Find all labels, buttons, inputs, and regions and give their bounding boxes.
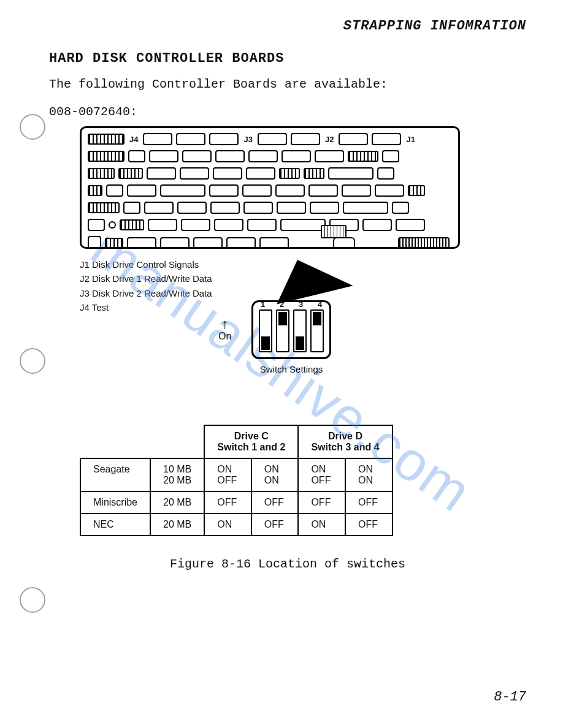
chip-icon <box>144 202 174 214</box>
arrow-up-icon: ↑ <box>218 317 231 331</box>
dip-number: 2 <box>280 300 284 309</box>
chip-icon <box>282 150 311 162</box>
chip-icon <box>243 202 273 214</box>
punch-hole-icon <box>20 587 45 613</box>
chip-icon <box>176 133 205 145</box>
chip-icon <box>88 219 105 231</box>
cell-c1: ONOFF <box>204 458 251 491</box>
cell-c1: OFF <box>204 491 251 514</box>
chip-icon <box>118 168 143 179</box>
chip-icon <box>88 134 124 145</box>
table-row: Miniscribe 20 MB OFF OFF OFF OFF <box>80 491 393 514</box>
chip-icon <box>182 150 212 162</box>
chip-icon <box>120 219 144 230</box>
chip-icon <box>259 237 289 249</box>
chip-icon <box>372 133 401 145</box>
cell-d2: ONON <box>345 458 393 491</box>
chip-icon <box>149 150 178 162</box>
chip-icon <box>214 219 243 231</box>
chip-icon <box>180 167 209 180</box>
connector-label-j2: J2 <box>324 135 335 144</box>
cell-d1: ON <box>298 514 345 536</box>
chip-icon <box>375 184 404 197</box>
chip-icon <box>147 167 176 180</box>
board-notch-icon <box>333 237 355 248</box>
chip-icon <box>210 202 240 214</box>
dip-caption: Switch Settings <box>251 364 331 374</box>
chip-icon <box>242 184 272 197</box>
edge-connector-icon <box>398 237 450 248</box>
chip-icon <box>88 185 102 196</box>
connector-label-j3: J3 <box>242 135 253 144</box>
punch-hole-icon <box>20 348 45 374</box>
dip-switch-4 <box>310 309 324 352</box>
chip-icon <box>226 237 256 249</box>
chip-icon <box>408 185 425 196</box>
dip-number: 4 <box>318 300 322 309</box>
table-head-drive-d: Drive DSwitch 3 and 4 <box>298 425 392 458</box>
chip-icon <box>280 219 326 231</box>
chip-icon <box>382 150 399 162</box>
chip-icon <box>377 167 394 180</box>
chip-icon <box>127 184 156 197</box>
cell-maker: Seagate <box>80 458 150 491</box>
chip-icon <box>215 150 245 162</box>
cell-c2: OFF <box>251 491 299 514</box>
chip-icon <box>177 202 207 214</box>
table-row: Seagate 10 MB20 MB ONOFF ONON ONOFF ONON <box>80 458 393 491</box>
cell-d2: OFF <box>345 514 393 536</box>
chip-icon <box>304 168 324 179</box>
chip-icon <box>181 219 210 231</box>
table-head-drive-c: Drive CSwitch 1 and 2 <box>204 425 298 458</box>
chip-icon <box>148 219 177 231</box>
part-number: 008-0072640: <box>49 105 526 119</box>
switch-settings-table: Drive CSwitch 1 and 2 Drive DSwitch 3 an… <box>80 425 393 536</box>
chip-icon <box>248 150 278 162</box>
cell-d1: ONOFF <box>298 458 345 491</box>
dip-number: 1 <box>261 300 265 309</box>
cell-maker: NEC <box>80 514 150 536</box>
figure-caption: Figure 8-16 Location of switches <box>49 557 526 571</box>
cell-maker: Miniscribe <box>80 491 150 514</box>
cell-c2: ONON <box>251 458 299 491</box>
chip-icon <box>328 167 373 180</box>
chip-icon <box>396 219 425 231</box>
chip-icon <box>106 184 123 197</box>
chip-icon <box>258 133 287 145</box>
chip-icon <box>348 151 378 162</box>
chip-icon <box>213 167 242 180</box>
chip-icon <box>392 202 409 214</box>
dip-switch-detail: ↑ On 1 2 3 4 Switch Settings <box>251 300 331 374</box>
chip-icon <box>362 219 392 231</box>
connector-label-j4: J4 <box>128 135 139 144</box>
chip-icon <box>209 184 239 197</box>
cell-c2: OFF <box>251 514 299 536</box>
page-header-right: STRAPPING INFOMRATION <box>49 18 526 34</box>
cell-size: 20 MB <box>150 514 204 536</box>
chip-icon <box>88 202 120 213</box>
table-row: NEC 20 MB ON OFF ON OFF <box>80 514 393 536</box>
chip-icon <box>247 219 277 231</box>
chip-icon <box>88 151 124 162</box>
controller-board-diagram: J4 J3 J2 J1 <box>80 126 460 249</box>
intro-text: The following Controller Boards are avai… <box>49 77 526 91</box>
chip-icon <box>279 168 300 179</box>
page-number: 8-17 <box>494 689 526 705</box>
chip-icon <box>128 150 145 162</box>
chip-icon <box>315 150 344 162</box>
dip-switch-2 <box>276 309 289 352</box>
chip-icon <box>143 133 172 145</box>
chip-icon <box>310 202 339 214</box>
dip-switch-3 <box>293 309 307 352</box>
cell-d1: OFF <box>298 491 345 514</box>
chip-icon <box>246 167 275 180</box>
chip-icon <box>123 202 140 214</box>
chip-icon <box>160 237 190 249</box>
section-heading: HARD DISK CONTROLLER BOARDS <box>49 51 526 66</box>
chip-icon <box>343 202 388 214</box>
dip-switch-1 <box>259 309 272 352</box>
dip-number: 3 <box>299 300 303 309</box>
on-label: On <box>218 331 231 341</box>
cell-c1: ON <box>204 514 251 536</box>
on-direction-label: ↑ On <box>218 317 231 342</box>
